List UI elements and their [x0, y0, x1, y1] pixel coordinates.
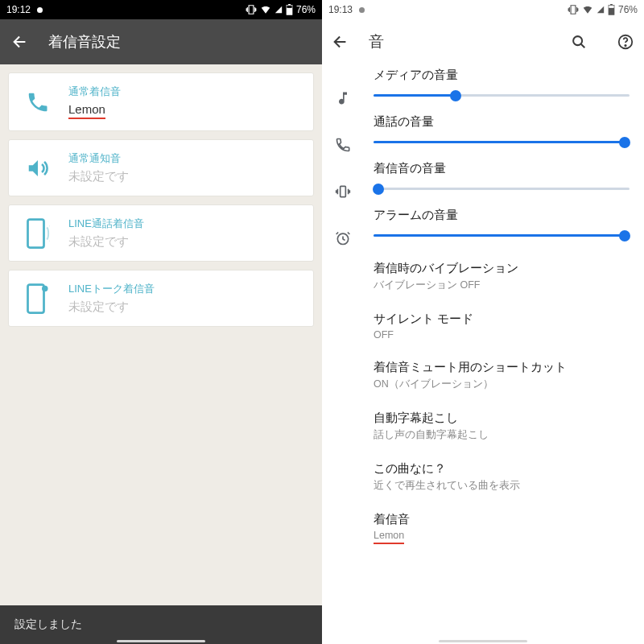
ringtone-card[interactable]: 通常着信音 Lemon	[8, 72, 314, 131]
search-icon[interactable]	[570, 33, 588, 51]
status-icons: 76%	[568, 4, 638, 15]
slider-track[interactable]	[374, 188, 630, 190]
slider-label: メディアの音量	[374, 68, 630, 83]
nav-hint	[117, 640, 205, 642]
snackbar-text: 設定しました	[14, 617, 82, 632]
sound-settings-body: メディアの音量 通話の音量 着信音の音量 アラームの音量 着信時のバイブレーショ…	[322, 64, 644, 554]
vibrate-icon	[246, 4, 257, 15]
volume-slider-row: アラームの音量	[374, 204, 630, 237]
setting-sub: Lemon	[374, 530, 630, 544]
slider-label: アラームの音量	[374, 208, 630, 223]
card-value: 未設定です	[68, 234, 144, 250]
slider-thumb[interactable]	[619, 230, 630, 242]
signal-icon	[275, 4, 283, 15]
setting-row[interactable]: 着信時のバイブレーション バイブレーション OFF	[374, 251, 630, 302]
notification-dot	[37, 7, 43, 13]
setting-sub: バイブレーション OFF	[374, 279, 630, 292]
status-bar: 19:12 76%	[0, 0, 322, 19]
svg-rect-4	[28, 284, 44, 312]
page-title: 音	[369, 31, 384, 52]
setting-title: 自動字幕起こし	[374, 411, 630, 426]
alarm-icon	[333, 229, 353, 248]
phone-icon	[22, 86, 54, 118]
appbar: 音	[322, 19, 644, 64]
setting-title: 着信音ミュート用のショートカット	[374, 360, 630, 375]
svg-point-5	[42, 285, 48, 291]
ringtone-card[interactable]: LINE通話着信音 未設定です	[8, 204, 314, 262]
svg-rect-3	[28, 219, 44, 247]
page-title: 着信音設定	[48, 32, 121, 52]
setting-row[interactable]: サイレント モード OFF	[374, 302, 630, 350]
setting-sub: ON（バイブレーション）	[374, 378, 630, 391]
card-value: 未設定です	[68, 299, 155, 315]
left-screenshot: 19:12 76% 着信音設定 通常着信音 Lemon 通常通知音 未設定です …	[0, 0, 322, 644]
slider-thumb[interactable]	[450, 90, 461, 101]
wifi-icon	[260, 4, 271, 15]
slider-thumb[interactable]	[373, 184, 384, 195]
card-title: LINEトーク着信音	[68, 282, 155, 296]
svg-rect-8	[609, 8, 614, 14]
volume-slider-row: 着信音の音量	[374, 158, 630, 190]
svg-point-9	[573, 36, 582, 45]
setting-row[interactable]: この曲なに？ 近くで再生されている曲を表示	[374, 452, 630, 502]
notification-dot	[359, 7, 365, 13]
status-time: 19:13	[328, 4, 353, 15]
wifi-icon	[582, 4, 593, 15]
phone-device-dot-icon	[22, 283, 54, 315]
phone-device-ring-icon	[22, 217, 54, 250]
status-time: 19:12	[6, 4, 31, 15]
slider-thumb[interactable]	[619, 137, 630, 148]
signal-icon	[597, 4, 605, 15]
slider-track[interactable]	[374, 141, 630, 143]
status-icons: 76%	[246, 4, 316, 15]
right-screenshot: 19:13 76% 音 メディアの音量 通話の音量	[322, 0, 644, 644]
phone-outline-icon	[333, 135, 353, 155]
volume-slider-row: メディアの音量	[374, 64, 630, 97]
ringtone-card[interactable]: 通常通知音 未設定です	[8, 139, 314, 196]
svg-point-11	[625, 45, 625, 46]
setting-row[interactable]: 着信音ミュート用のショートカット ON（バイブレーション）	[374, 350, 630, 401]
card-title: 通常着信音	[68, 85, 121, 99]
nav-hint	[439, 640, 527, 642]
card-value: 未設定です	[68, 169, 129, 184]
card-value: Lemon	[68, 102, 121, 119]
music-note-icon	[333, 89, 353, 108]
battery-pct: 76%	[618, 4, 638, 15]
svg-rect-7	[610, 4, 613, 5]
card-value: Lemon	[68, 102, 105, 119]
card-title: 通常通知音	[68, 151, 129, 166]
setting-row[interactable]: 着信音 Lemon	[374, 502, 630, 554]
slider-label: 着信音の音量	[374, 161, 630, 176]
volume-slider-row: 通話の音量	[374, 111, 630, 143]
slider-track[interactable]	[374, 234, 630, 237]
speaker-icon	[22, 152, 54, 184]
back-icon[interactable]	[332, 33, 349, 51]
vibrate-icon	[333, 182, 353, 201]
back-icon[interactable]	[11, 33, 29, 51]
svg-rect-1	[288, 4, 291, 5]
setting-sub: Lemon	[374, 530, 404, 544]
slider-label: 通話の音量	[374, 114, 630, 130]
vibrate-icon	[568, 4, 579, 15]
setting-title: 着信音	[374, 512, 630, 527]
svg-rect-2	[287, 8, 292, 14]
setting-title: 着信時のバイブレーション	[374, 261, 630, 276]
appbar: 着信音設定	[0, 19, 322, 64]
help-icon[interactable]	[617, 33, 634, 51]
setting-row[interactable]: 自動字幕起こし 話し声の自動字幕起こし	[374, 401, 630, 452]
setting-sub: OFF	[374, 329, 630, 341]
svg-rect-12	[341, 186, 346, 196]
status-bar: 19:13 76%	[322, 0, 644, 19]
setting-sub: 話し声の自動字幕起こし	[374, 428, 630, 442]
ringtone-list: 通常着信音 Lemon 通常通知音 未設定です LINE通話着信音 未設定です …	[0, 64, 322, 605]
card-title: LINE通話着信音	[68, 217, 144, 231]
slider-track[interactable]	[374, 94, 630, 97]
battery-icon	[608, 4, 615, 15]
setting-title: サイレント モード	[374, 312, 630, 327]
snackbar: 設定しました	[0, 605, 322, 644]
ringtone-card[interactable]: LINEトーク着信音 未設定です	[8, 270, 314, 327]
battery-pct: 76%	[296, 4, 316, 15]
setting-title: この曲なに？	[374, 461, 630, 477]
setting-sub: 近くで再生されている曲を表示	[374, 479, 630, 493]
battery-icon	[286, 4, 293, 15]
